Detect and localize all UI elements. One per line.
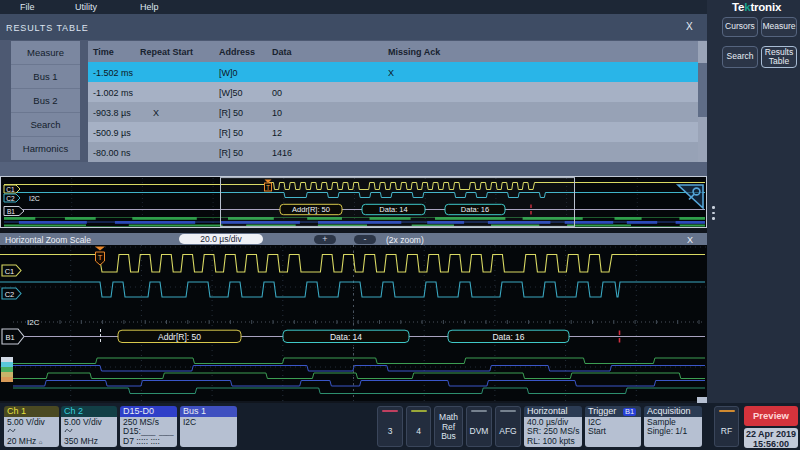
svg-text:B1: B1	[5, 333, 14, 342]
svg-text:Data: 14: Data: 14	[379, 205, 407, 214]
svg-text:Addr[R]: 50: Addr[R]: 50	[292, 205, 330, 214]
svg-text:B1: B1	[7, 208, 15, 215]
svg-text:C2: C2	[5, 290, 15, 299]
svg-text:Data: 16: Data: 16	[492, 332, 524, 342]
svg-text:C1: C1	[5, 267, 15, 276]
svg-text:Addr[R]: 50: Addr[R]: 50	[158, 332, 201, 342]
svg-text:I2C: I2C	[29, 195, 40, 202]
svg-text:C2: C2	[6, 195, 15, 202]
svg-text:T: T	[266, 184, 270, 191]
svg-text:Data: 16: Data: 16	[461, 205, 489, 214]
svg-text:Data: 14: Data: 14	[330, 332, 362, 342]
svg-text:T: T	[98, 253, 103, 262]
svg-text:C1: C1	[6, 186, 15, 193]
